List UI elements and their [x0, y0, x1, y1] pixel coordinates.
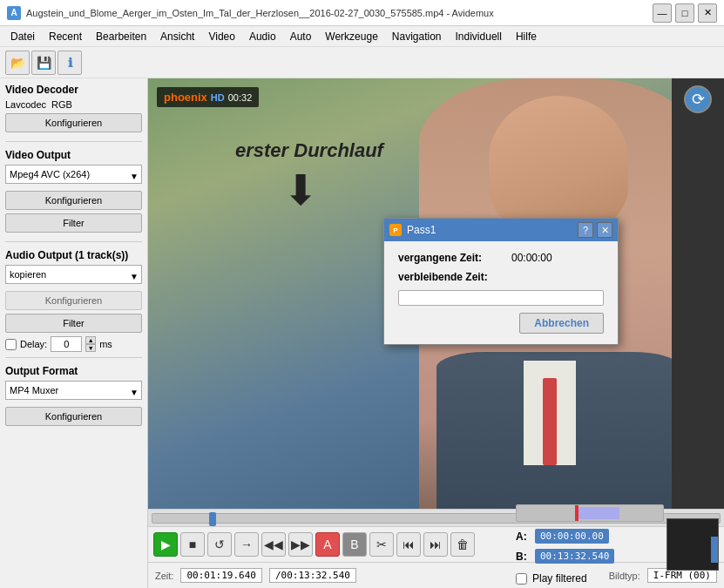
save-button[interactable]: 💾 [31, 51, 56, 75]
output-format-title: Output Format [5, 365, 142, 377]
video-output-configure-button[interactable]: Konfigurieren [5, 191, 142, 210]
pass1-controls: ? ✕ [578, 222, 612, 238]
delay-row: Delay: ▲ ▼ ms [5, 336, 142, 352]
pass1-title: Pass1 [407, 224, 436, 236]
video-container: phoenix HD 00:32 erster Durchlauf ⬇ P Pa… [148, 78, 724, 509]
colorspace-label: RGB [51, 99, 72, 110]
menu-werkzeuge[interactable]: Werkzeuge [318, 29, 384, 44]
output-format-select[interactable]: MP4 Muxer [5, 381, 142, 400]
mini-timeline[interactable] [516, 504, 664, 522]
menu-ansicht[interactable]: Ansicht [153, 29, 201, 44]
next-frame-button[interactable]: ▶▶ [288, 532, 313, 557]
ab-controls: A: 00:00:00.00 B: 00:13:32.540 Play filt… [516, 504, 664, 585]
pass1-titlebar: P Pass1 ? ✕ [384, 219, 618, 241]
stop-button[interactable]: ■ [180, 532, 205, 557]
audio-codec-select[interactable]: kopieren [5, 265, 142, 284]
main-area: Video Decoder Lavcodec RGB Konfigurieren… [0, 78, 724, 588]
side-preview: ⟳ [672, 78, 724, 509]
codec-row: Lavcodec RGB [5, 99, 142, 110]
next-cut-button[interactable]: ⏭ [423, 532, 448, 557]
video-codec-select-wrapper: Mpeg4 AVC (x264) ▼ [5, 165, 142, 187]
audio-output-title: Audio Output (1 track(s)) [5, 249, 142, 261]
maximize-button[interactable]: □ [675, 3, 694, 23]
bildtyp-label: Bildtyp: [609, 571, 640, 581]
forward-button[interactable]: → [234, 532, 259, 557]
elapsed-label: vergangene Zeit: [398, 252, 511, 264]
a-row: A: 00:00:00.00 [516, 529, 664, 544]
info-button[interactable]: ℹ [58, 51, 82, 75]
mark-b-button[interactable]: B [342, 532, 367, 557]
duration-value: /00:13:32.540 [269, 568, 356, 583]
mini-selection-rect [579, 507, 619, 519]
phoenix-hd: HD [211, 92, 225, 103]
pass1-help-button[interactable]: ? [578, 222, 593, 238]
prev-frame-button[interactable]: ◀◀ [261, 532, 286, 557]
menu-individuell[interactable]: Individuell [449, 29, 509, 44]
menu-datei[interactable]: Datei [3, 29, 42, 44]
minimize-button[interactable]: — [653, 3, 672, 23]
video-frame: phoenix HD 00:32 erster Durchlauf ⬇ P Pa… [148, 78, 724, 509]
video-arrow: ⬇ [283, 166, 318, 214]
timeline-handle[interactable] [209, 512, 216, 526]
menu-audio[interactable]: Audio [242, 29, 283, 44]
elapsed-row: vergangene Zeit: 00:00:00 [398, 252, 604, 264]
menu-hilfe[interactable]: Hilfe [509, 29, 544, 44]
output-configure-button[interactable]: Konfigurieren [5, 407, 142, 426]
bottom-area: ▶ ■ ↺ → ◀◀ ▶▶ A B ✂ ⏮ ⏭ 🗑 [148, 509, 724, 588]
open-button[interactable]: 📂 [5, 51, 30, 75]
titlebar: A Augstein_und_Blome_Aerger_im_Osten_Im_… [0, 0, 724, 26]
video-timecode: 00:32 [228, 92, 253, 103]
play-filtered-row: Play filtered [516, 572, 664, 585]
b-label: B: [516, 551, 530, 563]
thumbnail-area [666, 518, 719, 571]
menu-navigation[interactable]: Navigation [385, 29, 449, 44]
cancel-button[interactable]: Abbrechen [519, 313, 604, 334]
audio-codec-select-wrapper: kopieren ▼ [5, 265, 142, 287]
cut-button[interactable]: ✂ [369, 532, 394, 557]
menu-recent[interactable]: Recent [42, 29, 89, 44]
video-decoder-title: Video Decoder [5, 84, 142, 96]
zeit-value: 00:01:19.640 [180, 568, 261, 583]
menu-video[interactable]: Video [201, 29, 241, 44]
play-filtered-checkbox[interactable] [516, 573, 527, 585]
pass1-body: vergangene Zeit: 00:00:00 verbleibende Z… [384, 241, 618, 344]
remaining-row: verbleibende Zeit: [398, 271, 604, 283]
video-decoder-configure-button[interactable]: Konfigurieren [5, 113, 142, 132]
delete-button[interactable]: 🗑 [450, 532, 475, 557]
video-output-title: Video Output [5, 149, 142, 161]
mark-a-button[interactable]: A [315, 532, 340, 557]
delay-checkbox[interactable] [5, 339, 17, 350]
delay-input[interactable] [51, 336, 82, 352]
progress-bar-container [398, 290, 604, 306]
output-format-select-wrapper: MP4 Muxer ▼ [5, 381, 142, 403]
b-row: B: 00:13:32.540 [516, 549, 664, 564]
titlebar-left: A Augstein_und_Blome_Aerger_im_Osten_Im_… [7, 6, 494, 20]
prev-cut-button[interactable]: ⏮ [396, 532, 421, 557]
pass1-titlebar-left: P Pass1 [389, 224, 436, 236]
audio-configure-button[interactable]: Konfigurieren [5, 291, 142, 310]
pass1-icon: P [389, 224, 402, 236]
close-button[interactable]: ✕ [698, 3, 717, 23]
window-title: Augstein_und_Blome_Aerger_im_Osten_Im_Ta… [26, 8, 494, 18]
rewind-button[interactable]: ↺ [207, 532, 232, 557]
left-panel: Video Decoder Lavcodec RGB Konfigurieren… [0, 78, 148, 588]
pass1-close-button[interactable]: ✕ [597, 222, 612, 238]
video-output-filter-button[interactable]: Filter [5, 213, 142, 233]
video-codec-select[interactable]: Mpeg4 AVC (x264) [5, 165, 142, 184]
app-icon: A [7, 6, 21, 20]
delay-up-button[interactable]: ▲ [85, 336, 96, 344]
zeit-label: Zeit: [155, 571, 173, 581]
b-value: 00:13:32.540 [535, 549, 614, 564]
thumb-blue-bar [711, 537, 718, 563]
a-label: A: [516, 531, 530, 543]
menubar: Datei Recent Bearbeiten Ansicht Video Au… [0, 26, 724, 47]
right-area: phoenix HD 00:32 erster Durchlauf ⬇ P Pa… [148, 78, 724, 588]
side-icon: ⟳ [684, 85, 712, 113]
menu-auto[interactable]: Auto [283, 29, 319, 44]
delay-spinner: ▲ ▼ [85, 336, 96, 352]
menu-bearbeiten[interactable]: Bearbeiten [89, 29, 153, 44]
audio-filter-button[interactable]: Filter [5, 314, 142, 333]
delay-down-button[interactable]: ▼ [85, 344, 96, 352]
play-button[interactable]: ▶ [153, 532, 178, 557]
phoenix-text: phoenix [164, 91, 207, 104]
